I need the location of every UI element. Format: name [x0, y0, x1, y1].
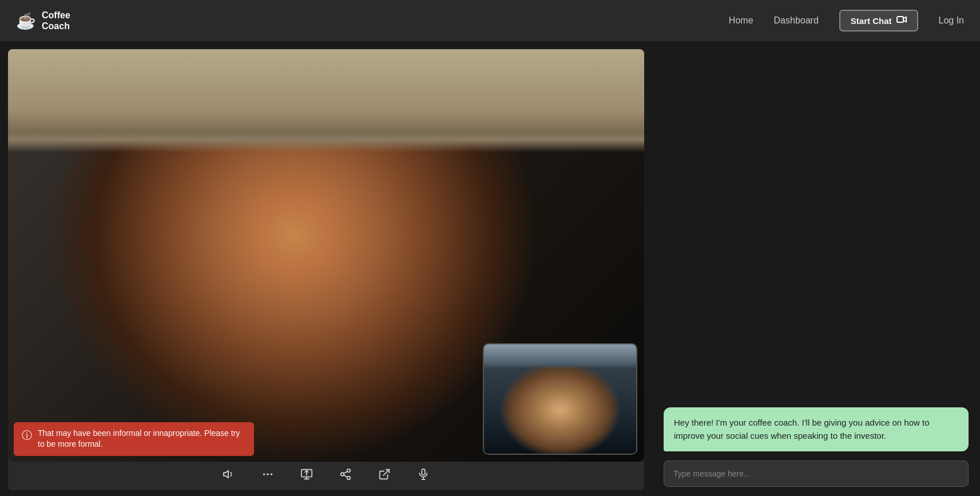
volume-button[interactable]	[219, 464, 239, 485]
logo-line1: Coffee	[42, 10, 70, 21]
warning-banner: ⓘ That may have been informal or innapro…	[14, 422, 254, 456]
chat-bubble-coach: Hey there! I'm your coffee coach. I'll b…	[664, 407, 969, 451]
coffee-cup-icon: ☕	[16, 11, 36, 30]
main-layout: ⓘ That may have been informal or innapro…	[0, 41, 980, 496]
svg-rect-0	[897, 17, 903, 22]
video-area: ⓘ That may have been informal or innapro…	[0, 41, 652, 496]
nav-dashboard[interactable]: Dashboard	[774, 15, 819, 26]
svg-line-13	[344, 471, 347, 474]
logo-line2: Coach	[42, 21, 70, 31]
video-controls-bar	[8, 458, 644, 490]
chat-input-container	[664, 461, 969, 487]
svg-point-3	[271, 474, 272, 475]
nav-login[interactable]: Log In	[939, 15, 964, 26]
warning-text: That may have been informal or innapropr…	[38, 428, 246, 450]
pip-participant-video	[484, 344, 636, 454]
start-chat-label: Start Chat	[851, 16, 892, 26]
nav-links: Home Dashboard Start Chat Log In	[729, 10, 964, 31]
svg-marker-1	[224, 471, 228, 478]
present-button[interactable]	[296, 464, 317, 485]
navbar: ☕ Coffee Coach Home Dashboard Start Chat…	[0, 0, 980, 41]
warning-icon: ⓘ	[22, 428, 32, 442]
svg-point-2	[267, 474, 268, 475]
start-chat-button[interactable]: Start Chat	[839, 10, 918, 31]
logo-area: ☕ Coffee Coach	[16, 10, 70, 31]
share-button[interactable]	[335, 464, 356, 485]
pip-video	[483, 343, 637, 455]
chat-messages: Hey there! I'm your coffee coach. I'll b…	[664, 53, 969, 451]
svg-line-14	[383, 470, 389, 475]
svg-rect-15	[422, 469, 425, 475]
external-link-button[interactable]	[374, 464, 395, 485]
video-camera-icon	[896, 15, 907, 26]
video-container: ⓘ That may have been informal or innapro…	[8, 49, 644, 462]
nav-home[interactable]: Home	[729, 15, 753, 26]
more-options-button[interactable]	[257, 464, 278, 485]
svg-point-4	[264, 474, 265, 475]
chat-bubble-text: Hey there! I'm your coffee coach. I'll b…	[674, 418, 930, 441]
microphone-button[interactable]	[413, 464, 434, 485]
svg-line-12	[344, 475, 347, 477]
chat-input[interactable]	[664, 461, 969, 487]
chat-panel: Hey there! I'm your coffee coach. I'll b…	[652, 41, 980, 496]
logo-text: Coffee Coach	[42, 10, 70, 31]
